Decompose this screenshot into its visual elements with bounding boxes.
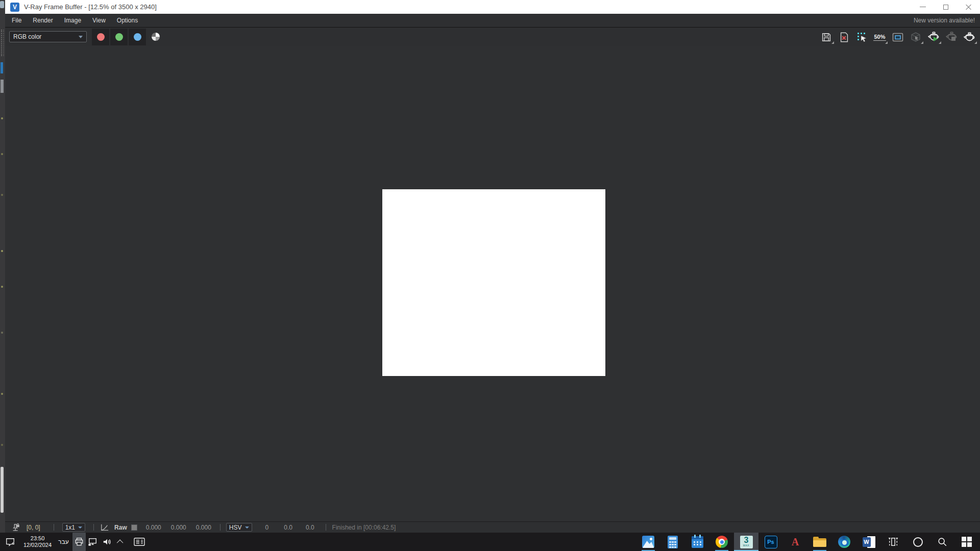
clock-date: 12/02/2024 <box>23 542 52 548</box>
language-indicator[interactable]: עבר <box>58 538 69 545</box>
cortana-icon <box>913 537 923 547</box>
pixel-ratio-value: 1x1 <box>65 524 75 531</box>
hidden-icons-button[interactable] <box>114 533 128 551</box>
taskbar-app-task-view[interactable] <box>881 533 905 551</box>
hidden-icons-chevron <box>117 539 124 546</box>
news-widget-button[interactable] <box>128 533 151 551</box>
stop-render-icon <box>945 31 958 43</box>
action-center-button[interactable] <box>0 533 20 551</box>
action-center-icon <box>5 537 15 547</box>
minimize-button[interactable] <box>911 0 934 14</box>
3dsmax-icon: 3 MAX <box>740 536 753 548</box>
photos-icon <box>642 536 654 548</box>
mono-channel-icon <box>152 33 160 41</box>
taskbar-app-calculator[interactable] <box>660 533 685 551</box>
volume-tray-button[interactable] <box>100 533 114 551</box>
taskbar-app-cortana[interactable] <box>905 533 930 551</box>
vray-logo-icon: V <box>10 3 19 12</box>
panel-grip-dots <box>3 30 4 56</box>
color-mode-value: HSV <box>229 524 242 531</box>
rendered-image[interactable] <box>382 189 605 376</box>
taskbar-app-calendar[interactable] <box>685 533 709 551</box>
render-last-button[interactable] <box>960 30 978 45</box>
printer-tray-button[interactable] <box>72 533 86 551</box>
taskbar-search-button[interactable] <box>930 533 954 551</box>
menu-render[interactable]: Render <box>27 14 58 27</box>
stop-render-button[interactable] <box>942 30 960 45</box>
pixel-color-swatch <box>131 524 137 531</box>
render-last-icon <box>963 31 976 43</box>
chrome-icon <box>716 536 728 548</box>
clock-time: 23:50 <box>31 535 45 542</box>
network-tray-button[interactable] <box>86 533 100 551</box>
menu-file[interactable]: File <box>6 14 27 27</box>
frame-buffer-canvas[interactable] <box>5 46 980 521</box>
select-object-icon <box>910 31 922 43</box>
autocad-glyph: A <box>792 536 799 547</box>
start-interactive-render-button[interactable] <box>924 30 942 45</box>
channel-dropdown[interactable]: RGB color <box>9 31 87 42</box>
green-channel-button[interactable] <box>110 29 128 45</box>
save-image-icon <box>821 32 832 43</box>
calendar-icon <box>692 536 703 548</box>
taskbar-app-photoshop[interactable]: Ps <box>758 533 783 551</box>
zoom-level-button[interactable]: 50% <box>871 30 889 45</box>
green-channel-icon <box>115 33 123 41</box>
taskbar-app-autocad[interactable]: A <box>783 533 807 551</box>
blue-channel-button[interactable] <box>129 29 146 45</box>
maximize-icon <box>943 5 948 10</box>
raw-value-r: 0.000 <box>146 524 161 531</box>
windows-logo-icon <box>962 537 972 547</box>
vray-frame-buffer-window: V V-Ray Frame Buffer - [12.5% of 3500 x … <box>5 0 980 533</box>
pixel-probe-pin-icon[interactable] <box>11 523 20 532</box>
color-mode-dropdown[interactable]: HSV <box>226 523 252 532</box>
chevron-down-icon <box>78 527 82 529</box>
network-icon <box>88 537 97 546</box>
red-channel-button[interactable] <box>92 29 109 45</box>
clear-image-button[interactable] <box>835 30 853 45</box>
background-icon-fragment <box>1 80 4 93</box>
menubar: File Render Image View Options New versi… <box>5 14 980 27</box>
save-image-button[interactable] <box>817 30 835 45</box>
update-notice-link[interactable]: New version available! <box>914 14 975 27</box>
taskbar-app-3dsmax[interactable]: 3 MAX <box>734 533 758 551</box>
background-window-fragment <box>0 1 4 8</box>
file-explorer-icon <box>813 537 826 547</box>
close-button[interactable] <box>957 0 980 14</box>
blue-channel-icon <box>134 33 141 41</box>
maximize-button[interactable] <box>934 0 957 14</box>
start-button[interactable] <box>954 533 979 551</box>
3dsmax-glyph: 3 <box>744 537 749 544</box>
mono-channel-button[interactable] <box>147 29 164 45</box>
start-interactive-render-icon <box>927 31 940 43</box>
titlebar[interactable]: V V-Ray Frame Buffer - [12.5% of 3500 x … <box>5 0 980 14</box>
photoshop-icon: Ps <box>765 536 777 548</box>
background-icon-fragments <box>1 117 3 119</box>
toolbar: RGB color <box>5 27 980 46</box>
zoom-level-icon: 50% <box>873 34 886 41</box>
taskbar-app-chrome[interactable] <box>709 533 734 551</box>
channel-dropdown-value: RGB color <box>13 33 41 40</box>
pixel-ratio-dropdown[interactable]: 1x1 <box>62 523 85 532</box>
clear-image-icon <box>839 32 850 43</box>
menu-view[interactable]: View <box>87 14 111 27</box>
background-scrollbar-fragment <box>1 467 4 513</box>
task-view-icon <box>888 537 899 547</box>
raw-value-g: 0.000 <box>171 524 186 531</box>
taskbar-app-file-explorer[interactable] <box>807 533 832 551</box>
region-render-button[interactable] <box>853 30 871 45</box>
calculator-icon <box>668 536 678 548</box>
taskbar-app-photos[interactable] <box>636 533 660 551</box>
taskbar-app-edge[interactable] <box>832 533 856 551</box>
taskbar-clock[interactable]: 23:50 12/02/2024 <box>23 535 52 548</box>
panel-grip-dots <box>1 30 2 56</box>
word-icon: W <box>863 536 875 548</box>
show-frame-button[interactable] <box>889 30 906 45</box>
minimize-icon <box>920 7 926 7</box>
taskbar-app-word[interactable]: W <box>856 533 881 551</box>
color-curve-icon[interactable] <box>100 523 109 532</box>
select-object-button[interactable] <box>906 30 924 45</box>
menu-image[interactable]: Image <box>59 14 87 27</box>
raw-value-b: 0.000 <box>196 524 211 531</box>
menu-options[interactable]: Options <box>111 14 143 27</box>
